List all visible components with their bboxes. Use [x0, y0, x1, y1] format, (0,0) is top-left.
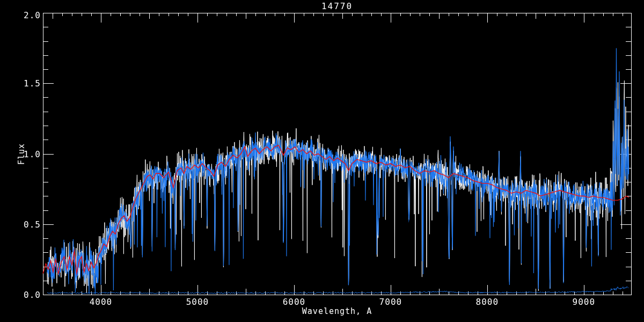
plot-title: 14770	[321, 1, 353, 11]
x-tick-label-8000: 8000	[476, 297, 499, 307]
y-tick-label-1.0: 1.0	[24, 149, 41, 159]
x-tick-label-6000: 6000	[283, 297, 306, 307]
figure-root: 14770 Wavelength, A Flux 400050006000700…	[0, 0, 644, 322]
y-tick-label-0.0: 0.0	[24, 290, 41, 300]
x-axis-label: Wavelength, A	[302, 306, 372, 316]
y-tick-label-1.5: 1.5	[24, 78, 41, 89]
x-tick-label-5000: 5000	[186, 297, 209, 307]
y-tick-label-0.5: 0.5	[24, 219, 41, 229]
spectrum-plot-canvas	[0, 0, 644, 322]
y-tick-label-2.0: 2.0	[24, 10, 41, 20]
x-tick-label-4000: 4000	[90, 297, 113, 307]
x-tick-label-9000: 9000	[573, 297, 596, 307]
x-tick-label-7000: 7000	[379, 297, 402, 307]
